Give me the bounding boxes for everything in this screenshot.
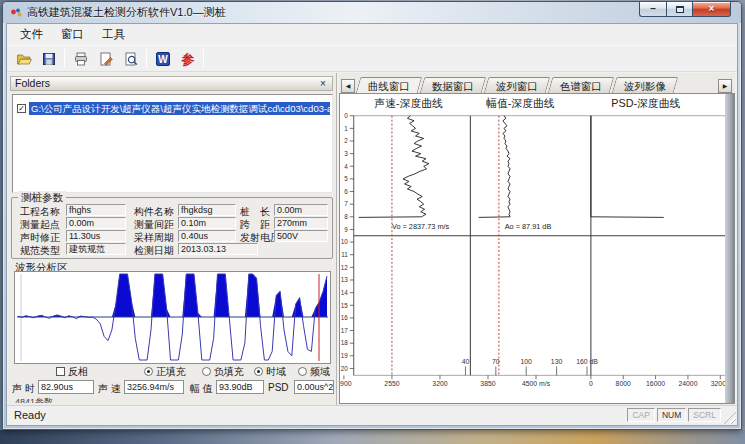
param-value-field[interactable]: fhghs (66, 204, 126, 216)
status-message: Ready (14, 409, 46, 421)
waveform-plot (15, 272, 330, 363)
reading-value-field[interactable]: 82.90us (38, 380, 94, 394)
depth-tick-label: 9 (344, 226, 348, 233)
param-value-field[interactable]: 0.00m (274, 204, 328, 216)
tab-3[interactable]: 色谱窗口 (548, 77, 615, 93)
depth-tick-label: 5 (344, 175, 348, 182)
depth-tick-label: 2 (344, 137, 348, 144)
menu-bar: 文件窗口工具 (7, 24, 737, 45)
tab-scroll-left-button[interactable]: ◀ (341, 79, 355, 93)
folders-title: Folders (15, 77, 50, 89)
panel-title-1: 幅值-深度曲线 (486, 97, 554, 109)
close-button[interactable]: × (693, 2, 731, 17)
minimize-button[interactable]: – (639, 2, 666, 17)
param-label: 采样周期 (134, 231, 174, 245)
param-value-field[interactable]: 建筑规范 (66, 243, 126, 255)
right-panel: ◀曲线窗口数据窗口波列窗口色谱窗口波列影像▶ 01234567891011121… (339, 73, 735, 405)
tab-strip: ◀曲线窗口数据窗口波列窗口色谱窗口波列影像▶ (340, 76, 734, 93)
print-preview-button[interactable] (118, 47, 143, 70)
annotation-0: Vo = 2837.73 m/s (392, 222, 450, 231)
lock-indicator-cap: CAP (627, 408, 654, 422)
param-value-field[interactable]: 11.30us (66, 230, 126, 242)
depth-tick-label: 3 (344, 150, 348, 157)
save-button[interactable] (36, 47, 61, 70)
lock-indicators: CAPNUMSCRL (625, 408, 721, 422)
curve-window-content: 01234567891011121314151617181920声速-深度曲线1… (339, 93, 735, 404)
param-value-field[interactable]: 270mm (274, 217, 328, 229)
depth-tick-label: 8 (344, 213, 348, 220)
param-value-field[interactable]: 0.00m (66, 217, 126, 229)
depth-tick-label: 18 (341, 339, 349, 346)
folder-item[interactable]: ✓G:\公司产品设计开发\超声仪器\超声仪实地检测数据调试cd\cd03\cd0… (17, 102, 330, 115)
toggle-label: 反相 (68, 365, 88, 379)
depth-tick-label: 10 (341, 238, 349, 245)
menu-item-0[interactable]: 文件 (11, 25, 52, 44)
print-button[interactable] (68, 47, 93, 70)
tab-4[interactable]: 波列影像 (612, 77, 679, 93)
desktop: 高铁建筑混凝土检测分析软件V1.0—测桩 – × 文件窗口工具 W参 Folde… (0, 0, 745, 444)
annotation-1: Ao = 87.91 dB (505, 222, 552, 231)
word-export-button[interactable]: W (150, 47, 175, 70)
left-panel: Folders × ✓G:\公司产品设计开发\超声仪器\超声仪实地检测数据调试c… (8, 73, 337, 405)
print-setup-icon (98, 51, 114, 67)
tab-scroll-right-button[interactable]: ▶ (718, 79, 732, 93)
xtick-label: 0 (589, 380, 593, 387)
reading-value-field[interactable]: 93.90dB (216, 380, 264, 394)
param-value-field[interactable]: fhgkdsg (178, 204, 236, 216)
toggle-label: 正填充 (156, 365, 186, 379)
param-value-field[interactable]: 2013.03.13 (178, 243, 258, 255)
open-button[interactable] (11, 47, 36, 70)
print-setup-button[interactable] (93, 47, 118, 70)
depth-tick-label: 16 (341, 314, 349, 321)
display-toggles: 反相正填充负填充时域频域 (8, 365, 336, 378)
depth-tick-label: 19 (341, 352, 349, 359)
param-label: 测量起点 (20, 218, 60, 232)
fill-positive-radio[interactable]: 正填充 (144, 365, 186, 378)
xtick-label: 40 (462, 358, 470, 365)
time-domain-radio[interactable]: 时域 (254, 365, 286, 378)
xtick-label: 24000 (678, 380, 697, 387)
toolbar-separator (64, 49, 65, 68)
reading-label: PSD (268, 382, 289, 393)
save-icon (41, 51, 57, 67)
maximize-button[interactable] (666, 2, 693, 17)
svg-text:W: W (158, 54, 168, 65)
xtick-label: 3850 (480, 380, 495, 387)
menu-item-2[interactable]: 工具 (93, 25, 134, 44)
waveform-box (14, 271, 331, 364)
fill-negative-radio[interactable]: 负填充 (202, 365, 244, 378)
parameters-button[interactable]: 参 (175, 47, 200, 70)
pile-params-group: 测桩参数 工程名称fhghs构件名称fhgkdsg桩 长0.00m测量起点0.0… (11, 197, 333, 259)
pile-params-title: 测桩参数 (18, 191, 66, 205)
curve-1 (479, 116, 510, 218)
resize-grip[interactable] (723, 411, 736, 424)
tab-2[interactable]: 波列窗口 (484, 77, 551, 93)
folders-list: ✓G:\公司产品设计开发\超声仪器\超声仪实地检测数据调试cd\cd03\cd0… (12, 94, 333, 193)
reading-value-field[interactable]: 0.00us^2/m (294, 380, 334, 394)
folders-close-icon[interactable]: × (317, 77, 329, 90)
checkbox-checked-icon[interactable]: ✓ (17, 104, 26, 113)
radio-icon (144, 367, 153, 376)
title-bar[interactable]: 高铁建筑混凝土检测分析软件V1.0—测桩 – × (3, 2, 741, 23)
depth-tick-label: 1 (344, 125, 348, 132)
checkbox-icon (56, 367, 65, 376)
tab-1[interactable]: 数据窗口 (420, 77, 487, 93)
param-value-field[interactable]: 500V (274, 230, 328, 242)
status-bar: Ready CAPNUMSCRL (7, 405, 737, 425)
freq-domain-radio[interactable]: 频域 (298, 365, 330, 378)
menu-item-1[interactable]: 窗口 (52, 25, 93, 44)
param-label: 构件名称 (134, 205, 174, 219)
depth-tick-label: 0 (344, 112, 348, 119)
param-value-field[interactable]: 0.40us (178, 230, 236, 242)
invert-checkbox[interactable]: 反相 (56, 365, 88, 378)
parameters-icon: 参 (180, 51, 196, 67)
vertical-scrollbar[interactable] (725, 94, 734, 403)
param-value-field[interactable]: 0.10m (178, 217, 236, 229)
toolbar-separator (146, 49, 147, 68)
depth-tick-label: 4 (344, 163, 348, 170)
tab-0[interactable]: 曲线窗口 (356, 77, 423, 93)
print-preview-icon (123, 51, 139, 67)
xtick-label: 160 dB (576, 358, 598, 365)
curve-2 (591, 116, 664, 218)
reading-value-field[interactable]: 3256.94m/s (124, 380, 184, 394)
